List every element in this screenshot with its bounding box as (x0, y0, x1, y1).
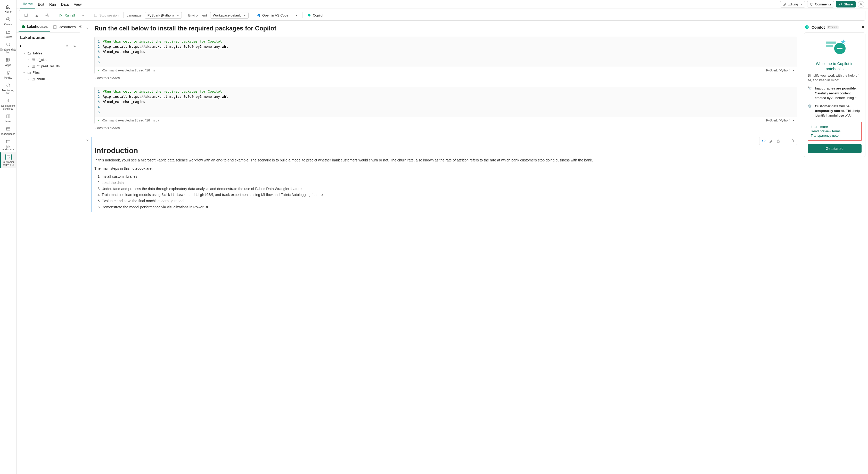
tree-files[interactable]: Files (17, 69, 80, 76)
ribbon-menu: HomeEditRunDataView Editing Comments Sha… (17, 0, 868, 9)
svg-rect-8 (6, 128, 10, 130)
menu-edit[interactable]: Edit (35, 0, 47, 8)
rail-trophy[interactable]: Metrics (0, 68, 16, 81)
tree-table-df_clean[interactable]: df_clean (17, 57, 80, 63)
copilot-title: Copilot (811, 25, 825, 29)
svg-point-23 (805, 25, 809, 29)
rail-monitor[interactable]: Monitoring hub (0, 81, 16, 96)
copilot-welcome-heading: Welcome to Copilot in notebooks (808, 61, 862, 71)
svg-rect-20 (32, 59, 35, 61)
stop-session-button[interactable]: Stop session (92, 12, 120, 18)
svg-rect-15 (94, 14, 97, 17)
notebook-toolbar: Run all Stop session Language PySpark (P… (19, 10, 865, 21)
menu-run[interactable]: Run (47, 0, 59, 8)
cell-language[interactable]: PySpark (Python) (766, 119, 795, 122)
cell-collapse-toggle[interactable] (83, 137, 92, 212)
code-toggle-button[interactable] (761, 138, 767, 144)
language-dropdown[interactable]: PySpark (Python) (145, 12, 182, 19)
menu-home[interactable]: Home (20, 0, 35, 8)
menu-data[interactable]: Data (59, 0, 71, 8)
menu-view[interactable]: View (71, 0, 84, 8)
transparency-note-link[interactable]: Transparency note (811, 134, 859, 137)
rail-book[interactable]: Learn (0, 112, 16, 124)
svg-rect-22 (777, 141, 779, 143)
editing-mode-button[interactable]: Editing (780, 1, 805, 7)
vscode-chevron[interactable] (293, 12, 299, 18)
settings-button[interactable] (43, 12, 51, 18)
rail-plus[interactable]: Create (0, 15, 16, 27)
intro-steps-label: The main steps in this notebook are: (94, 166, 797, 171)
tree-file-churn[interactable]: churn (17, 76, 80, 82)
add-cell-button[interactable] (23, 12, 30, 18)
download-button[interactable] (33, 12, 40, 18)
svg-point-31 (841, 48, 842, 49)
svg-rect-13 (25, 14, 27, 17)
tree-tables[interactable]: Tables (17, 50, 80, 57)
pin-icon[interactable] (65, 44, 69, 48)
rail-home[interactable]: Home (0, 2, 16, 15)
comments-button[interactable]: Comments (807, 1, 834, 7)
run-all-button[interactable]: Run all (57, 12, 76, 18)
user-avatar[interactable] (858, 1, 864, 8)
tab-lakehouses[interactable]: Lakehouses (19, 22, 50, 32)
success-check-icon: ✓ (97, 69, 100, 72)
svg-rect-5 (9, 61, 10, 62)
preview-terms-link[interactable]: Read preview terms (811, 129, 859, 133)
notebook-area[interactable]: Run the cell below to install the requir… (80, 22, 801, 474)
copilot-subtitle: Simplify your work with the help of AI, … (808, 73, 862, 83)
copilot-icon (804, 25, 809, 30)
rail-myws[interactable]: My workspace (0, 137, 16, 152)
intro-heading: Introduction (94, 147, 797, 155)
code-cell[interactable]: 12345 #Run this cell to install the requ… (94, 37, 797, 74)
learn-more-link[interactable]: Learn more (811, 125, 859, 129)
run-all-chevron[interactable] (80, 12, 86, 18)
lakehouse-search-input[interactable] (20, 44, 63, 48)
shield-icon: 🛡️ (808, 104, 812, 118)
left-nav-rail: HomeCreateBrowseOneLake data hubAppsMetr… (0, 0, 17, 474)
edit-cell-button[interactable] (768, 138, 774, 144)
get-started-button[interactable]: Get started (808, 144, 862, 153)
cell-collapse-toggle[interactable] (83, 25, 92, 32)
tab-resources[interactable]: Resources (50, 22, 79, 32)
copilot-toolbar-button[interactable]: Copilot (306, 12, 325, 18)
svg-rect-9 (6, 140, 10, 143)
rail-rocket[interactable]: Deployment pipelines (0, 96, 16, 112)
swap-icon[interactable] (73, 44, 76, 48)
share-button[interactable]: Share (836, 1, 856, 7)
rail-hub[interactable]: OneLake data hub (0, 40, 16, 56)
intro-paragraph: In this notebook, you'll see a Microsoft… (94, 158, 797, 163)
copilot-panel: Copilot Preview ✕ Welcome to Copilot in … (801, 22, 868, 474)
rail-nb[interactable]: Customer churn-513 (0, 152, 16, 168)
open-vscode-button[interactable]: Open in VS Code (255, 12, 290, 18)
svg-point-12 (860, 3, 862, 5)
svg-point-18 (309, 15, 310, 15)
copilot-links-box: Learn more Read preview terms Transparen… (808, 122, 862, 140)
svg-point-17 (308, 15, 309, 15)
language-label: Language (127, 13, 142, 17)
svg-point-29 (837, 48, 839, 49)
more-cell-button[interactable]: ⋯ (782, 138, 789, 144)
intro-steps-list: Install custom librariesLoad the dataUnd… (94, 174, 797, 210)
rail-apps[interactable]: Apps (0, 56, 16, 68)
output-hidden-label: Output is hidden (94, 124, 797, 132)
exec-status: -Command executed in 15 sec 426 ms by (102, 119, 159, 122)
svg-point-25 (807, 27, 808, 27)
svg-rect-3 (9, 58, 10, 60)
environment-dropdown[interactable]: Workspace default (210, 12, 249, 19)
tree-table-df_pred_results[interactable]: df_pred_results (17, 63, 80, 69)
close-copilot-button[interactable]: ✕ (861, 24, 865, 30)
rail-workspace[interactable]: Workspaces (0, 124, 16, 137)
svg-point-24 (806, 27, 806, 27)
copilot-illustration (808, 37, 862, 58)
preview-badge: Preview (827, 26, 839, 29)
cell-language[interactable]: PySpark (Python) (766, 69, 795, 72)
lock-cell-button[interactable] (775, 138, 782, 144)
svg-point-30 (839, 48, 841, 49)
explorer-title: Lakehouses (17, 32, 80, 43)
rail-folder[interactable]: Browse (0, 27, 16, 40)
telescope-icon: 🔭 (808, 86, 812, 100)
code-cell[interactable]: 12345 #Run this cell to install the requ… (94, 87, 797, 124)
delete-cell-button[interactable] (789, 138, 796, 144)
svg-rect-26 (826, 41, 836, 43)
svg-rect-2 (6, 58, 8, 60)
